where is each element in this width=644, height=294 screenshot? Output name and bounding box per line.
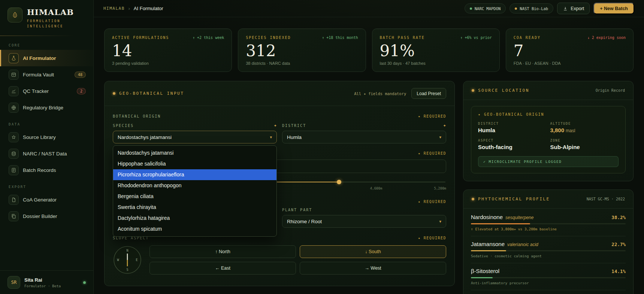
required-star-icon: ✦ <box>443 124 446 128</box>
stat-value: 14 <box>112 43 224 59</box>
status-pill-nast: NAST Bio-Lab <box>510 3 553 13</box>
field-value: South-facing <box>478 144 547 150</box>
export-button[interactable]: Export <box>557 3 590 14</box>
sidebar-item-ai-formulator[interactable]: AI Formulator <box>0 50 93 66</box>
sidebar-item-label: Batch Records <box>23 167 56 173</box>
compound-row-nardostachone: Nardostachone ketone 9.4% <box>471 290 626 294</box>
leaf-icon <box>7 7 22 22</box>
dropdown-option[interactable]: Hippophae salicifolia <box>113 158 276 169</box>
slope-east-button[interactable]: ← East <box>149 262 296 275</box>
breadcrumb-current: AI Formulator <box>134 6 163 11</box>
stat-title: COA READY <box>514 36 541 40</box>
sidebar-item-coa-generator[interactable]: CoA Generator <box>0 191 93 208</box>
compound-bar <box>471 277 626 278</box>
chevron-down-icon: ▾ <box>439 219 441 224</box>
species-select[interactable]: Nardostachys jatamansi ▾ <box>113 131 277 143</box>
database-icon <box>9 149 19 159</box>
dossier-icon <box>9 211 19 221</box>
slope-direction-group: ↑ North ↓ South ← East → West <box>149 245 446 275</box>
dropdown-option[interactable]: Rhododendron anthopogon <box>113 180 276 191</box>
stat-card-coa-ready: COA READY ↓ 2 expiring soon 7 FDA · EU ·… <box>506 28 634 72</box>
user-card[interactable]: SR Sita Rai Formulator · Beta <box>0 270 93 294</box>
stat-delta: ↑ +18 this month <box>322 36 358 40</box>
field-label: DISTRICT <box>478 122 547 125</box>
stats-row: ACTIVE FORMULATIONS ↑ +2 this week 14 3 … <box>104 28 634 72</box>
dropdown-option[interactable]: Dactylorhiza hatagirea <box>113 213 276 224</box>
slope-west-button[interactable]: → West <box>300 262 446 275</box>
new-batch-button[interactable]: + New Batch <box>593 3 634 14</box>
field-value: Sub-Alpine <box>550 144 619 150</box>
stat-value: 7 <box>514 43 626 59</box>
sidebar-item-label: Source Library <box>23 134 56 140</box>
load-preset-button[interactable]: Load Preset <box>411 88 446 99</box>
geo-botanical-input-panel: GEO-BOTANICAL INPUT All ✦ fields mandato… <box>104 81 455 286</box>
breadcrumb-root[interactable]: HIMALAB <box>103 6 125 11</box>
stat-value: 312 <box>246 43 358 59</box>
section-label-core: CORE <box>0 37 93 50</box>
phytochemical-profile-panel: PHYTOCHEMICAL PROFILE NAST GC-MS · 2022 … <box>463 190 634 294</box>
compound-row-beta-sitosterol: β-Sitosterol 14.1% Anti-inflammatory pre… <box>471 263 626 290</box>
origin-field-altitude: ALTITUDE 3,800masl <box>550 122 619 133</box>
origin-field-aspect: ASPECT South-facing <box>478 139 547 150</box>
slope-north-button[interactable]: ↑ North <box>149 245 296 258</box>
geo-botanical-origin-label: ✦ GEO-BOTANICAL ORIGIN <box>478 112 619 116</box>
district-label: DISTRICT <box>282 124 306 128</box>
dropdown-option[interactable]: Bergenia ciliata <box>113 191 276 202</box>
section-label-export: EXPORT <box>0 178 93 191</box>
compound-bar <box>471 250 626 251</box>
compound-name: Nardosinone <box>471 214 503 220</box>
stat-title: BATCH PASS RATE <box>380 36 425 40</box>
microclimate-status-badge: ✓ MICROCLIMATE PROFILE LOGGED <box>478 156 619 167</box>
status-pill-label: NAST Bio-Lab <box>520 6 548 11</box>
topbar: HIMALAB › AI Formulator NARC MAPDON NAST… <box>94 0 644 17</box>
district-select-value: Humla <box>287 134 302 140</box>
sidebar-item-formula-vault[interactable]: Formula Vault 48 <box>0 66 93 83</box>
compound-note: Anti-inflammatory precursor <box>471 281 626 285</box>
panel-dot-icon <box>472 89 474 92</box>
dropdown-option[interactable]: Aconitum spicatum <box>113 224 276 234</box>
species-label: SPECIES <box>113 124 134 128</box>
globe-icon <box>9 103 19 113</box>
stat-title: ACTIVE FORMULATIONS <box>112 36 169 40</box>
himalab-logo: HIMALAB FORMULATION INTELLIGENCE <box>0 0 93 34</box>
stat-subtext: FDA · EU · ASEAN · DDA <box>514 61 626 66</box>
field-label: ZONE <box>550 139 619 142</box>
app-root: HIMALAB FORMULATION INTELLIGENCE CORE AI… <box>0 0 644 294</box>
field-value: 3,800masl <box>550 127 619 133</box>
district-select[interactable]: Humla ▾ <box>282 131 446 143</box>
dropdown-option[interactable]: Swertia chirayita <box>113 202 276 213</box>
content: ACTIVE FORMULATIONS ↑ +2 this week 14 3 … <box>94 17 644 294</box>
compass-icon: N E S W <box>113 245 142 275</box>
compound-value: 38.2% <box>611 215 626 220</box>
source-location-panel: SOURCE LOCATION Origin Record ✦ GEO-BOTA… <box>463 81 634 181</box>
app-tagline: FORMULATION INTELLIGENCE <box>27 19 74 29</box>
sidebar-item-label: CoA Generator <box>23 197 57 203</box>
altitude-slider-dot[interactable] <box>337 180 341 184</box>
stat-card-species-indexed: SPECIES INDEXED ↑ +18 this month 312 38 … <box>238 28 366 72</box>
required-star-icon: ✦ <box>274 124 277 128</box>
sidebar-item-qc-tracker[interactable]: QC Tracker 2 <box>0 83 93 99</box>
avatar: SR <box>7 276 20 289</box>
dropdown-option[interactable]: Picrorhiza scrophulariaeflora <box>113 169 276 180</box>
panel-title: GEO-BOTANICAL INPUT <box>119 91 184 96</box>
panel-title: PHYTOCHEMICAL PROFILE <box>478 197 550 201</box>
sidebar-item-label: AI Formulator <box>23 55 56 61</box>
sidebar-item-dossier-builder[interactable]: Dossier Builder <box>0 208 93 224</box>
compound-name: β-Sitosterol <box>471 268 499 274</box>
field-label: ASPECT <box>478 139 547 142</box>
dropdown-option[interactable]: Nardostachys jatamansi <box>113 148 276 158</box>
plant-part-select[interactable]: Rhizome / Root ▾ <box>282 215 446 228</box>
sidebar-item-source-library[interactable]: Source Library <box>0 129 93 145</box>
field-value: Humla <box>478 127 547 133</box>
star-icon <box>9 132 19 142</box>
sidebar-item-narc-nast-data[interactable]: NARC / NAST Data <box>0 145 93 162</box>
slope-south-button[interactable]: ↓ South <box>300 245 446 258</box>
origin-box: ✦ GEO-BOTANICAL ORIGIN DISTRICT Humla AL… <box>471 106 626 173</box>
sidebar-nav: CORE AI Formulator Formula Vault 48 QC T… <box>0 37 93 224</box>
sidebar-item-batch-records[interactable]: Batch Records <box>0 162 93 178</box>
sidebar-item-label: NARC / NAST Data <box>23 151 67 157</box>
compound-qualifier: valerianoic acid <box>507 242 538 247</box>
sidebar-item-regulatory-bridge[interactable]: Regulatory Bridge <box>0 99 93 116</box>
vault-icon <box>9 70 19 80</box>
origin-record-label: Origin Record <box>596 88 625 93</box>
